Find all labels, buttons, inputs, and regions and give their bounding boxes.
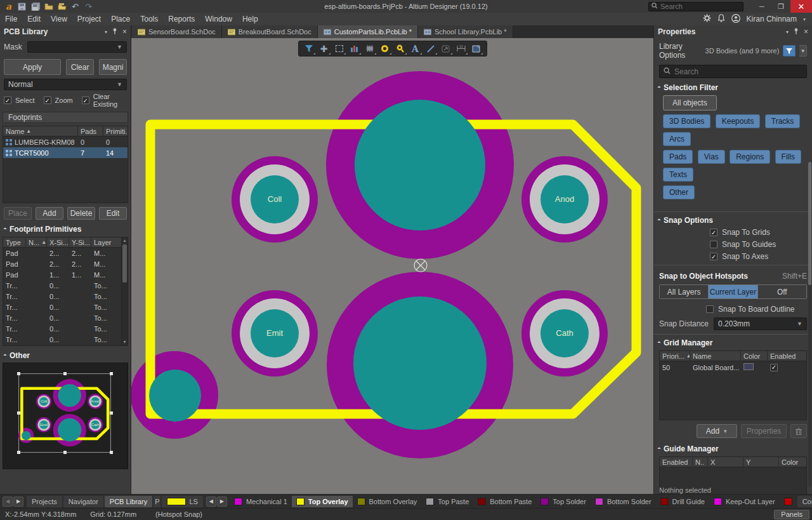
gm-col-enabled[interactable]: Enabled [768,351,806,361]
layer-tab-mechanical-1[interactable]: Mechanical 1 [230,496,292,507]
pr-col-name[interactable]: N...▲ [26,237,47,248]
object-filter-button[interactable] [783,45,796,57]
selection-filter-section[interactable]: Selection Filter [654,83,812,92]
panel-pin-icon[interactable] [112,27,117,36]
panel-tabs-prev-icon[interactable]: ◀ [3,497,13,507]
doc-tab-schoollibrary[interactable]: School Library.PcbLib * [418,25,513,38]
apply-button[interactable]: Apply [4,59,61,75]
primitives-scrollbar[interactable]: ▲ ▼ [121,237,128,345]
magnify-button[interactable]: Magni [99,59,127,75]
scroll-up-icon[interactable]: ▲ [122,237,128,244]
filter-tool-icon[interactable] [302,42,316,55]
polygon-pour-tool-icon[interactable] [469,42,483,55]
grid-row-global-board[interactable]: 50 Global Board... ✓ [660,361,806,373]
doc-tab-breakoutboard[interactable]: BreakoutBoard.SchDoc [222,25,318,38]
properties-scrollbar[interactable] [808,162,811,486]
select-area-tool-icon[interactable] [332,42,346,55]
primitive-row[interactable]: Tr...0...To... [3,334,121,345]
via-tool-icon[interactable] [393,42,407,55]
filter-vias-button[interactable]: Vias [698,150,725,164]
menu-tools[interactable]: Tools [135,13,163,25]
menu-view[interactable]: View [46,13,72,25]
pad-corner-hole[interactable] [149,370,201,422]
layer-set-indicator[interactable]: LS [162,496,202,507]
filter-all-objects-button[interactable]: All objects [663,95,717,110]
clear-button[interactable]: Clear [66,59,94,75]
gu-col-color[interactable]: Color [779,457,806,467]
filter-pads-button[interactable]: Pads [663,150,693,164]
grid-color-swatch[interactable] [743,363,754,370]
mask-combo[interactable]: ▼ [27,41,127,53]
footprint-primitives-section[interactable]: Footprint Primitives [0,225,131,234]
filter-arcs-button[interactable]: Arcs [663,132,691,146]
filter-3d-bodies-button[interactable]: 3D Bodies [663,114,710,128]
pr-col-layer[interactable]: Layer [91,237,121,248]
menu-help[interactable]: Help [237,13,263,25]
gu-col-x[interactable]: X [708,457,743,467]
restore-button[interactable]: ❐ [771,0,790,13]
layer-tabs-prev-icon[interactable]: ◀ [206,497,216,507]
properties-search-input[interactable] [674,67,802,76]
minimize-button[interactable]: ─ [752,0,771,13]
menu-project[interactable]: Project [72,13,106,25]
tab-pcb-library[interactable]: PCB Library [105,496,152,507]
filter-dropdown-button[interactable]: ▼ [799,45,807,57]
route-tool-icon[interactable] [439,42,453,55]
titlebar-search[interactable] [648,2,743,11]
menu-place[interactable]: Place [106,13,135,25]
panel-tabs-next-icon[interactable]: ▶ [13,497,23,507]
pr-col-type[interactable]: Type [3,237,26,248]
move-tool-icon[interactable]: ✚ [317,42,331,55]
filter-regions-button[interactable]: Regions [730,150,770,164]
pad-1-hole[interactable] [355,100,485,230]
panel-close-icon[interactable]: × [804,27,808,36]
snap-options-section[interactable]: Snap Options [654,216,812,225]
open-folder-icon[interactable] [44,2,53,11]
snap-to-guides-checkbox[interactable] [710,241,717,248]
menu-edit[interactable]: Edit [22,13,46,25]
layer-tab-bottom-paste[interactable]: Bottom Paste [473,496,536,507]
primitive-row[interactable]: Tr...0...To... [3,312,121,323]
undo-icon[interactable]: ↶ [70,2,80,11]
open-file-icon[interactable] [57,2,67,11]
string-tool-icon[interactable]: A [409,42,422,55]
primitive-row[interactable]: Tr...0...To... [3,291,121,302]
seg-all-layers[interactable]: All Layers [660,285,709,298]
fp-col-pads[interactable]: Pads [78,126,103,137]
other-section[interactable]: Other [0,351,131,360]
user-avatar-icon[interactable] [731,14,740,25]
gu-col-y[interactable]: Y [743,457,779,467]
zoom-checkbox[interactable]: ✓ [44,97,51,104]
gm-col-name[interactable]: Name [690,351,741,361]
delete-button[interactable]: Delete [67,207,95,220]
add-button[interactable]: Add [36,207,63,220]
pr-col-ysize[interactable]: Y-Si... [69,237,91,248]
primitive-row[interactable]: Pad2...2...M... [3,258,121,269]
filter-fills-button[interactable]: Fills [775,150,801,164]
edit-button[interactable]: Edit [99,207,127,220]
primitive-row[interactable]: Tr...0...To... [3,323,121,334]
layer-tab-bottom-solder[interactable]: Bottom Solder [591,496,656,507]
filter-tracks-button[interactable]: Tracks [765,114,801,128]
grid-manager-section[interactable]: Grid Manager [654,338,812,347]
seg-current-layer[interactable]: Current Layer [709,285,757,298]
filter-other-button[interactable]: Other [663,185,695,199]
gm-col-color[interactable]: Color [741,351,768,361]
primitive-row[interactable]: Pad1...1...M... [3,269,121,280]
panel-pin-icon[interactable] [794,27,799,36]
grid-add-button[interactable]: Add▼ [697,424,737,438]
pad-tool-icon[interactable] [378,42,392,55]
primitive-row[interactable]: Pad2...2...M... [3,248,121,258]
notifications-bell-icon[interactable] [717,14,725,24]
seg-off[interactable]: Off [758,285,806,298]
footprint-row-lumberg[interactable]: LUMBERG-KRM08 0 0 [3,137,128,147]
mask-mode-combo[interactable]: Normal ▼ [4,79,127,90]
save-icon[interactable] [17,2,27,11]
fp-col-primitives[interactable]: Primiti... [103,126,128,137]
component-tool-icon[interactable] [363,42,377,55]
layer-tab-keep-out[interactable]: Keep-Out Layer [709,496,780,507]
panel-dropdown-icon[interactable]: ▾ [786,29,789,35]
gu-col-enabled[interactable]: Enabled [660,457,693,467]
doc-tab-sensorboard[interactable]: SensorBoard.SchDoc [132,25,222,38]
save-all-icon[interactable] [30,2,40,11]
